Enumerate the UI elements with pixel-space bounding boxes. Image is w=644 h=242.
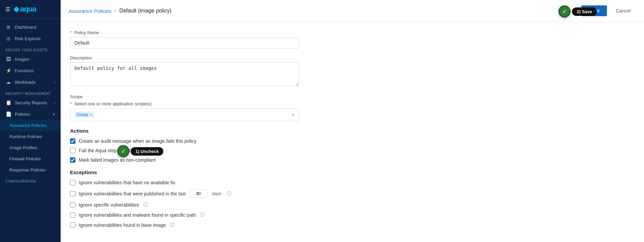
section-label-secure-assets: Secure Your Assets bbox=[0, 44, 61, 53]
breadcrumb: Assurance Policies > Default (image poli… bbox=[69, 8, 171, 14]
actions-group: Actions Create an audit message when an … bbox=[70, 128, 635, 163]
exc1-row: Ignore vulnerabilities that have no avai… bbox=[70, 180, 635, 185]
security-reports-chevron-icon: › bbox=[54, 101, 55, 105]
sidebar-item-dashboard[interactable]: ⊞ Dashboard bbox=[0, 21, 61, 33]
exc4-checkbox[interactable] bbox=[70, 212, 75, 218]
exceptions-group: Exceptions Ignore vulnerabilities that h… bbox=[70, 169, 635, 228]
noncompliant-checkbox[interactable] bbox=[70, 157, 75, 163]
sidebar-header: ☰ ◆aqua bbox=[0, 0, 61, 19]
actions-title: Actions bbox=[70, 128, 635, 134]
exc5-row: Ignore vulnerabilities found in base ima… bbox=[70, 222, 635, 228]
info-icon-exc5[interactable]: ⓘ bbox=[170, 222, 174, 228]
required-indicator: * bbox=[70, 30, 72, 35]
description-label: Description bbox=[70, 55, 635, 60]
audit-checkbox-row: Create an audit message when an image fa… bbox=[70, 138, 635, 144]
cancel-button[interactable]: Cancel bbox=[610, 5, 636, 16]
page-title: Default (image policy) bbox=[119, 8, 171, 14]
sidebar-item-runtime-policies[interactable]: Runtime Policies bbox=[0, 131, 61, 142]
sidebar-item-risk-explorer[interactable]: ◎ Risk Explorer bbox=[0, 33, 61, 44]
sidebar-item-firewall-policies[interactable]: Firewall Policies bbox=[0, 153, 61, 164]
audit-checkbox[interactable] bbox=[70, 138, 75, 144]
scope-tag-global: Global ✕ bbox=[74, 112, 95, 118]
scope-label: Scope bbox=[70, 94, 635, 99]
days-label: days bbox=[212, 191, 221, 196]
exc3-label[interactable]: Ignore specific vulnerabilities bbox=[79, 202, 139, 208]
days-input[interactable] bbox=[189, 189, 207, 198]
exc2-label[interactable]: Ignore vulnerabilities that were publish… bbox=[79, 191, 186, 196]
cicd-checkbox-row: Fail the Aqua step in CI/CD ✓ 1) Uncheck bbox=[70, 148, 635, 153]
policy-name-label: * Policy Name bbox=[70, 30, 635, 35]
noncompliant-checkbox-row: Mark failed images as non-compliant bbox=[70, 157, 635, 163]
content-area: * Policy Name Description Default policy… bbox=[61, 22, 644, 242]
breadcrumb-link[interactable]: Assurance Policies bbox=[69, 8, 111, 14]
info-icon-exc2[interactable]: ⓘ bbox=[227, 191, 231, 197]
scope-select-label: * Select one or more application scope(s… bbox=[70, 101, 635, 106]
noncompliant-label[interactable]: Mark failed images as non-compliant bbox=[79, 157, 156, 163]
section-label-security-management: Security Management bbox=[0, 88, 61, 97]
exc3-checkbox[interactable] bbox=[70, 202, 75, 208]
menu-icon[interactable]: ☰ bbox=[5, 6, 10, 12]
info-icon-exc3[interactable]: ⓘ bbox=[143, 202, 148, 208]
risk-explorer-icon: ◎ bbox=[5, 36, 11, 41]
sidebar: ☰ ◆aqua ⊞ Dashboard ◎ Risk Explorer Secu… bbox=[0, 0, 61, 242]
topbar-actions: Save Cancel bbox=[581, 5, 636, 16]
scope-group: Scope * Select one or more application s… bbox=[70, 94, 635, 121]
sidebar-item-workloads[interactable]: ☁ Workloads › bbox=[0, 76, 61, 88]
exc5-checkbox[interactable] bbox=[70, 222, 75, 228]
sidebar-item-images[interactable]: 🖼 Images bbox=[0, 53, 61, 65]
breadcrumb-separator: > bbox=[114, 8, 117, 14]
sidebar-item-policies[interactable]: 📄 Policies ∨ bbox=[0, 108, 61, 120]
functions-icon: ⚡ bbox=[5, 68, 11, 73]
exc4-row: Ignore vulnerabilities and malware found… bbox=[70, 212, 635, 218]
save-button[interactable]: Save bbox=[581, 5, 607, 16]
exc2-checkbox[interactable] bbox=[70, 191, 75, 196]
cicd-label[interactable]: Fail the Aqua step in CI/CD bbox=[79, 148, 136, 153]
scope-tag-remove[interactable]: ✕ bbox=[90, 113, 93, 117]
exc5-label[interactable]: Ignore vulnerabilities found in base ima… bbox=[79, 222, 166, 228]
info-icon-exc4[interactable]: ⓘ bbox=[200, 212, 205, 218]
section-label-configuration: Configuration bbox=[0, 176, 61, 185]
workloads-chevron-icon: › bbox=[54, 80, 55, 84]
main-content: Assurance Policies > Default (image poli… bbox=[61, 0, 644, 242]
description-input[interactable]: Default policy for all images bbox=[70, 62, 299, 86]
description-group: Description Default policy for all image… bbox=[70, 55, 635, 87]
exc1-checkbox[interactable] bbox=[70, 180, 75, 185]
sidebar-nav: ⊞ Dashboard ◎ Risk Explorer Secure Your … bbox=[0, 19, 61, 242]
brand-logo: ◆aqua bbox=[13, 5, 36, 14]
sidebar-item-response-policies[interactable]: Response Policies bbox=[0, 164, 61, 176]
policy-name-input[interactable] bbox=[70, 37, 299, 49]
topbar: Assurance Policies > Default (image poli… bbox=[61, 0, 644, 22]
scope-chevron-icon: ∨ bbox=[292, 112, 295, 117]
sidebar-item-assurance-policies[interactable]: Assurance Policies bbox=[0, 120, 61, 131]
security-reports-icon: 📋 bbox=[5, 100, 11, 105]
exc1-label[interactable]: Ignore vulnerabilities that have no avai… bbox=[79, 180, 175, 185]
cicd-checkbox[interactable] bbox=[70, 148, 75, 153]
audit-label[interactable]: Create an audit message when an image fa… bbox=[79, 138, 196, 144]
exc3-row: Ignore specific vulnerabilities ⓘ bbox=[70, 202, 635, 208]
scope-select[interactable]: Global ✕ ∨ bbox=[70, 108, 299, 121]
dashboard-icon: ⊞ bbox=[5, 24, 11, 30]
policies-chevron-icon: ∨ bbox=[53, 112, 55, 116]
sidebar-item-image-profiles[interactable]: Image Profiles bbox=[0, 142, 61, 153]
sidebar-item-functions[interactable]: ⚡ Functions bbox=[0, 65, 61, 76]
sidebar-item-security-reports[interactable]: 📋 Security Reports › bbox=[0, 97, 61, 108]
exc4-label[interactable]: Ignore vulnerabilities and malware found… bbox=[79, 212, 196, 218]
scope-select-inner: Global ✕ bbox=[74, 112, 95, 118]
exc2-row: Ignore vulnerabilities that were publish… bbox=[70, 189, 635, 198]
workloads-icon: ☁ bbox=[5, 79, 11, 85]
images-icon: 🖼 bbox=[5, 56, 11, 62]
policies-icon: 📄 bbox=[5, 111, 11, 117]
policy-name-group: * Policy Name bbox=[70, 30, 635, 49]
exceptions-title: Exceptions bbox=[70, 169, 635, 175]
